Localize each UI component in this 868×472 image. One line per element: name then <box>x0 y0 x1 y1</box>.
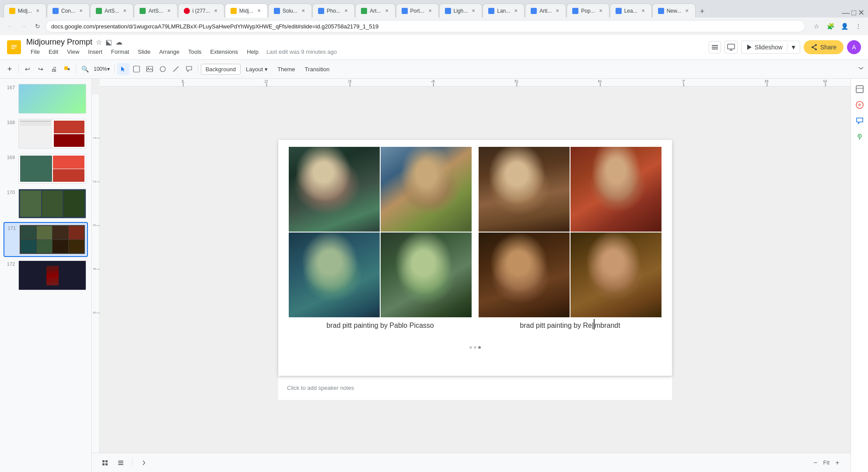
tab-bar[interactable]: Midj... ✕ Con... ✕ ArtS... ✕ ArtS... ✕ i… <box>0 0 868 17</box>
user-avatar[interactable]: A <box>847 40 861 54</box>
tab-close-btn[interactable]: ✕ <box>300 8 306 14</box>
menu-slide[interactable]: Slide <box>133 47 155 57</box>
canvas-scroll[interactable]: brad pitt painting by Pablo Picasso <box>100 87 850 453</box>
settings-more[interactable]: ⋮ <box>852 20 864 32</box>
tab-solu[interactable]: Solu... ✕ <box>268 3 312 17</box>
notes-area[interactable]: Click to add speaker notes <box>278 376 672 400</box>
close-window-button[interactable]: ✕ <box>858 8 864 17</box>
tab-arts-1[interactable]: ArtS... ✕ <box>90 3 133 17</box>
address-bar[interactable]: docs.google.com/presentation/d/1wugxrcaA… <box>46 20 805 32</box>
tab-close-btn[interactable]: ✕ <box>640 8 646 14</box>
tab-close-btn[interactable]: ✕ <box>598 8 604 14</box>
drive-icon[interactable]: ⬕ <box>105 38 112 46</box>
picasso-img-2[interactable] <box>381 147 472 232</box>
collapse-panel-btn[interactable] <box>138 457 150 469</box>
sidebar-notes-btn[interactable] <box>853 98 867 112</box>
zoom-out-btn[interactable]: − <box>809 457 822 469</box>
rembrandt-img-3[interactable] <box>479 233 570 317</box>
menu-insert[interactable]: Insert <box>84 47 107 57</box>
line-tool-btn[interactable] <box>170 63 182 75</box>
share-button[interactable]: Share <box>804 40 844 54</box>
zoom-percentage-btn[interactable]: 100%▾ <box>92 63 112 75</box>
notes-placeholder[interactable]: Click to add speaker notes <box>287 385 354 391</box>
menu-extensions[interactable]: Extensions <box>206 47 243 57</box>
sidebar-comments-btn[interactable] <box>853 114 867 128</box>
tab-close-btn[interactable]: ✕ <box>384 8 390 14</box>
tab-arti[interactable]: Arti... ✕ <box>525 3 566 17</box>
menu-view[interactable]: View <box>63 47 84 57</box>
collapse-toolbar-btn[interactable] <box>858 65 864 73</box>
slide-item-172[interactable]: 172 <box>4 259 88 292</box>
grid-view-btn[interactable] <box>99 457 111 469</box>
tab-close-btn[interactable]: ✕ <box>166 8 172 14</box>
image-tool-btn[interactable] <box>144 63 156 75</box>
tab-close-btn[interactable]: ✕ <box>78 8 84 14</box>
tab-ligh[interactable]: Ligh... ✕ <box>439 3 483 17</box>
slide-item-170[interactable]: 170 <box>4 187 88 220</box>
slide-item-167[interactable]: 167 <box>4 82 88 115</box>
slide-item-169[interactable]: 169 <box>4 152 88 185</box>
tab-lan[interactable]: Lan... ✕ <box>483 3 525 17</box>
insert-menu-btn[interactable]: + <box>4 63 16 75</box>
tab-con[interactable]: Con... ✕ <box>47 3 90 17</box>
tab-lea[interactable]: Lea... ✕ <box>610 3 652 17</box>
picasso-img-4[interactable] <box>381 233 472 317</box>
slide-item-171[interactable]: 171 <box>4 222 88 257</box>
tab-close-btn[interactable]: ✕ <box>35 8 41 14</box>
menu-edit[interactable]: Edit <box>44 47 63 57</box>
tab-pinterest[interactable]: i (277... ✕ <box>178 3 224 17</box>
slide-item-168[interactable]: 168 <box>4 117 88 150</box>
tab-port[interactable]: Port... ✕ <box>396 3 439 17</box>
text-tool-btn[interactable] <box>130 63 143 75</box>
document-title[interactable]: Midjourney Prompt <box>26 38 92 47</box>
rembrandt-img-2[interactable] <box>570 147 662 232</box>
bookmark-star[interactable]: ☆ <box>810 20 822 32</box>
layout-btn[interactable]: Layout ▾ <box>242 64 272 74</box>
redo-btn[interactable]: ↪ <box>35 63 47 75</box>
sidebar-layout-btn[interactable] <box>853 82 867 96</box>
tab-art[interactable]: Art... ✕ <box>355 3 395 17</box>
menu-tools[interactable]: Tools <box>184 47 206 57</box>
user-profile-btn[interactable]: 👤 <box>838 20 850 32</box>
present-icon-btn[interactable] <box>725 41 737 53</box>
print-btn[interactable]: 🖨 <box>48 63 60 75</box>
slideshow-dropdown[interactable]: ▼ <box>788 41 800 53</box>
theme-btn[interactable]: Theme <box>273 64 299 74</box>
new-tab-button[interactable]: + <box>696 5 708 17</box>
menu-format[interactable]: Format <box>107 47 133 57</box>
rembrandt-caption[interactable]: brad pitt painting by Re <box>520 319 592 330</box>
transition-btn[interactable]: Transition <box>301 64 334 74</box>
tab-close-btn[interactable]: ✕ <box>427 8 433 14</box>
minimize-button[interactable]: — <box>842 8 850 17</box>
picasso-img-1[interactable] <box>289 147 380 232</box>
tab-close-btn[interactable]: ✕ <box>256 8 262 14</box>
menu-file[interactable]: File <box>26 47 44 57</box>
tab-pop[interactable]: Pop... ✕ <box>567 3 609 17</box>
sidebar-toggle-btn[interactable] <box>709 41 721 53</box>
rembrandt-img-4[interactable] <box>570 233 662 317</box>
reload-button[interactable]: ↻ <box>32 20 44 32</box>
tab-close-btn[interactable]: ✕ <box>513 8 519 14</box>
tab-arts-2[interactable]: ArtS... ✕ <box>134 3 177 17</box>
zoom-out-btn[interactable]: 🔍 <box>79 63 91 75</box>
zoom-in-btn[interactable]: + <box>831 457 844 469</box>
select-tool-btn[interactable] <box>117 63 130 75</box>
rembrandt-img-1[interactable] <box>479 147 570 232</box>
slide-canvas[interactable]: brad pitt painting by Pablo Picasso <box>278 140 672 376</box>
tab-close-btn[interactable]: ✕ <box>122 8 128 14</box>
picasso-img-3[interactable] <box>289 233 380 317</box>
undo-btn[interactable]: ↩ <box>21 63 34 75</box>
maximize-button[interactable]: □ <box>851 8 856 17</box>
tab-close-btn[interactable]: ✕ <box>470 8 476 14</box>
forward-button[interactable]: → <box>18 20 30 32</box>
background-btn[interactable]: Background <box>201 64 241 75</box>
back-button[interactable]: ← <box>4 20 16 32</box>
paint-format-btn[interactable] <box>61 63 73 75</box>
tab-close-btn[interactable]: ✕ <box>343 8 349 14</box>
slideshow-button[interactable]: Slideshow <box>742 41 787 53</box>
tab-midjourney-active[interactable]: Midj... ✕ <box>225 3 268 17</box>
tab-close-btn[interactable]: ✕ <box>554 8 560 14</box>
picasso-caption[interactable]: brad pitt painting by Pablo Picasso <box>289 319 472 330</box>
extension-puzzle[interactable]: 🧩 <box>824 20 836 32</box>
menu-arrange[interactable]: Arrange <box>155 47 184 57</box>
